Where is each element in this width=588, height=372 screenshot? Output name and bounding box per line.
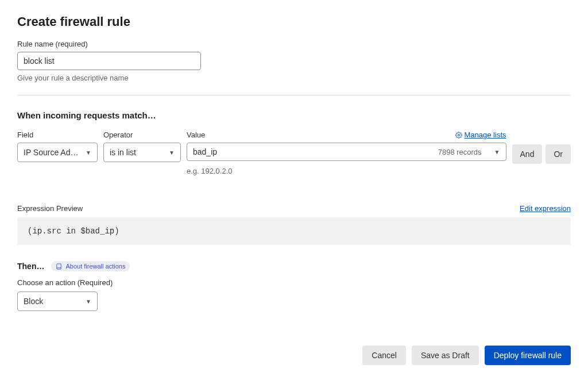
page-title: Create firewall rule: [17, 14, 571, 29]
cancel-button[interactable]: Cancel: [362, 346, 406, 365]
rule-name-label: Rule name (required): [17, 40, 571, 48]
operator-select[interactable]: is in list ▼: [103, 143, 181, 162]
field-select[interactable]: IP Source Address ▼: [17, 143, 98, 162]
edit-expression-link[interactable]: Edit expression: [520, 204, 571, 213]
action-select[interactable]: Block ▼: [17, 292, 98, 311]
caret-down-icon: ▼: [86, 149, 91, 156]
book-icon: [56, 263, 62, 270]
field-select-value: IP Source Address: [24, 148, 81, 157]
operator-select-value: is in list: [110, 148, 136, 157]
about-firewall-actions-link[interactable]: About firewall actions: [51, 261, 130, 271]
value-example: e.g. 192.0.2.0: [187, 167, 506, 175]
caret-down-icon: ▼: [169, 149, 175, 156]
manage-lists-link[interactable]: Manage lists: [455, 131, 506, 139]
and-button[interactable]: And: [512, 144, 543, 164]
value-records-count: 7898 records: [438, 148, 482, 156]
save-draft-button[interactable]: Save as Draft: [412, 346, 479, 365]
choose-action-label: Choose an action (Required): [17, 278, 571, 287]
rule-name-helper: Give your rule a descriptive name: [17, 74, 571, 82]
deploy-button[interactable]: Deploy firewall rule: [485, 346, 571, 365]
manage-lists-label: Manage lists: [465, 131, 506, 139]
then-label: Then…: [17, 262, 44, 271]
expression-preview: (ip.src in $bad_ip): [17, 217, 571, 245]
gear-icon: [455, 132, 462, 139]
or-button[interactable]: Or: [546, 144, 571, 164]
action-select-value: Block: [24, 297, 43, 306]
about-firewall-actions-label: About firewall actions: [65, 263, 125, 270]
svg-point-0: [458, 134, 459, 136]
field-label: Field: [17, 131, 98, 139]
caret-down-icon: ▼: [494, 149, 500, 155]
expression-preview-label: Expression Preview: [17, 204, 83, 213]
value-select-name: bad_ip: [193, 147, 217, 156]
operator-label: Operator: [103, 131, 181, 139]
section-divider: [17, 95, 571, 95]
rule-name-input[interactable]: [17, 52, 201, 70]
match-heading: When incoming requests match…: [17, 110, 571, 120]
value-select[interactable]: bad_ip 7898 records ▼: [187, 143, 506, 161]
caret-down-icon: ▼: [86, 298, 91, 305]
value-label: Value: [187, 131, 205, 139]
